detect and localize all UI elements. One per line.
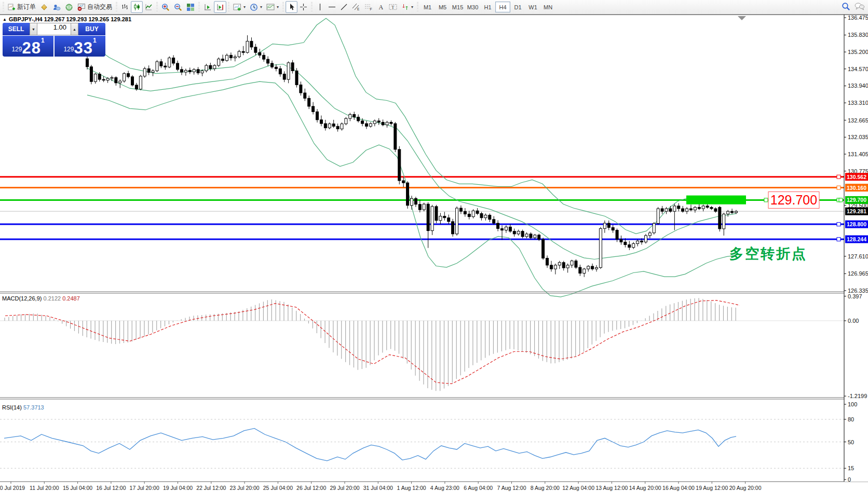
- templates-button[interactable]: ▾: [264, 1, 281, 13]
- toolbar-group-handle[interactable]: [310, 2, 314, 12]
- tile-windows-icon: [186, 3, 195, 11]
- toolbar-group-handle[interactable]: [115, 2, 118, 12]
- buy-price-pips: 33: [74, 42, 92, 55]
- price-axis[interactable]: 136.475135.830135.200134.570133.940133.3…: [844, 15, 868, 483]
- indicators-icon: [233, 3, 241, 11]
- macd-label: MACD(12,26,9) 0.2122 0.2487: [2, 295, 80, 302]
- arrows-tool[interactable]: ▾: [399, 1, 415, 13]
- new-order-button[interactable]: 新订单: [6, 1, 38, 13]
- time-tick-label: 4 Aug 23:00: [430, 485, 459, 491]
- dropdown-caret-icon[interactable]: ▾: [243, 5, 246, 9]
- toolbar-group-handle[interactable]: [155, 2, 159, 12]
- timeframe-h4-button[interactable]: H4: [495, 2, 510, 12]
- time-tick-label: 7 Aug 12:00: [497, 485, 526, 491]
- horizontal-line-icon: [328, 4, 336, 10]
- candle-chart-mode-button[interactable]: [131, 1, 143, 13]
- hline-anchor-square[interactable]: [837, 186, 840, 189]
- time-tick-label: 12 Aug 04:00: [562, 485, 594, 491]
- rsi-label: RSI(14) 57.3713: [2, 404, 44, 411]
- line-chart-mode-button[interactable]: [143, 1, 155, 13]
- auto-scroll-button[interactable]: [201, 1, 214, 13]
- horizontal-line-tool[interactable]: [326, 1, 338, 13]
- channel-icon: E: [352, 3, 360, 11]
- rsi-axis-label: 15: [848, 465, 854, 471]
- timeframe-h1-button[interactable]: H1: [480, 2, 495, 12]
- macd-axis-label: 0.00: [848, 318, 859, 324]
- label-icon: T: [389, 3, 397, 11]
- chart-shift-button[interactable]: [214, 1, 226, 13]
- zoom-in-button[interactable]: [159, 1, 172, 13]
- rsi-axis-label: 80: [848, 416, 854, 422]
- periods-button[interactable]: ▾: [248, 1, 264, 13]
- hline-anchor-square[interactable]: [837, 223, 840, 226]
- green-line-anchor[interactable]: [764, 198, 768, 202]
- zoom-out-button[interactable]: [172, 1, 184, 13]
- panel-collapse-arrow[interactable]: ▲: [3, 17, 7, 22]
- new-order-button-label: 新订单: [17, 3, 36, 11]
- time-tick-label: 22 Jul 12:00: [196, 485, 226, 491]
- toolbar: 新订单自动交易▾▾▾EFAT▾M1M5M15M30H1H4D1W1MN: [0, 0, 868, 15]
- bar-chart-mode-button[interactable]: [119, 1, 131, 13]
- cursor-tool-button[interactable]: [286, 1, 297, 13]
- timeframe-d1-button[interactable]: D1: [510, 2, 525, 12]
- time-tick-label: 29 Jul 20:00: [330, 485, 359, 491]
- volume-decrease-button[interactable]: ▼: [30, 23, 37, 35]
- channel-tool[interactable]: E: [350, 1, 362, 13]
- indicators-button[interactable]: ▾: [231, 1, 248, 13]
- zoom-out-icon: [174, 3, 182, 11]
- timeframe-m5-button[interactable]: M5: [435, 2, 450, 12]
- green-line-anchor[interactable]: [839, 198, 843, 202]
- timeframe-m30-button[interactable]: M30: [465, 2, 480, 12]
- turning-point-note[interactable]: 多空转折点: [729, 246, 807, 262]
- hline-anchor-square[interactable]: [837, 237, 840, 241]
- price-tick-label: 126.965: [848, 270, 868, 277]
- timeframe-w1-button[interactable]: W1: [525, 2, 540, 12]
- toolbar-group-handle[interactable]: [281, 2, 285, 12]
- time-tick-label: 26 Jul 12:00: [296, 485, 326, 491]
- text-tool[interactable]: A: [375, 1, 387, 13]
- label-tool[interactable]: T: [387, 1, 399, 13]
- rsi-axis-label: 50: [848, 439, 854, 445]
- dropdown-caret-icon[interactable]: ▾: [411, 5, 413, 9]
- time-tick-label: 20 Aug 20:00: [729, 485, 762, 491]
- market-watch-button[interactable]: [38, 1, 50, 13]
- crosshair-tool-icon: [300, 3, 307, 11]
- dropdown-caret-icon[interactable]: ▾: [260, 5, 262, 9]
- auto-trading-button[interactable]: 自动交易: [75, 1, 114, 13]
- candle-chart-mode-icon: [133, 3, 141, 11]
- vertical-line-icon: [317, 3, 323, 11]
- buy-button[interactable]: BUY: [78, 23, 105, 35]
- dropdown-caret-icon[interactable]: ▾: [277, 5, 279, 9]
- chart-area[interactable]: 129.700多空转折点MACD(12,26,9) 0.2122 0.2487R…: [0, 15, 868, 492]
- buy-price-fraction: 1: [93, 37, 97, 44]
- tile-windows-button[interactable]: [184, 1, 197, 13]
- supply-zone-rectangle[interactable]: [686, 196, 746, 204]
- community-button[interactable]: [50, 1, 63, 13]
- search-icon[interactable]: [842, 2, 850, 12]
- buy-price-button[interactable]: 129 33 1: [55, 36, 105, 57]
- price-tick-label: 135.830: [848, 32, 868, 38]
- trendline-tool[interactable]: [338, 1, 350, 13]
- toolbar-group-handle[interactable]: [197, 2, 201, 12]
- fibonacci-tool[interactable]: F: [362, 1, 375, 13]
- toolbar-group-handle[interactable]: [416, 2, 419, 12]
- broadcast-button[interactable]: [63, 1, 75, 13]
- price-badge-text: 129.700: [847, 197, 866, 203]
- hline-anchor-square[interactable]: [837, 175, 840, 179]
- volume-input[interactable]: 1.00: [37, 23, 71, 35]
- vertical-line-tool[interactable]: [314, 1, 326, 13]
- sell-button[interactable]: SELL: [3, 23, 30, 35]
- sell-price-button[interactable]: 129 28 1: [3, 36, 53, 57]
- chat-icon[interactable]: [855, 2, 865, 12]
- sell-price-big-figure: 129: [11, 46, 22, 53]
- timeframe-mn-button[interactable]: MN: [540, 2, 555, 12]
- price-tick-label: 131.405: [848, 151, 868, 157]
- price-tick-label: 135.200: [848, 49, 868, 55]
- crosshair-tool-button[interactable]: [297, 1, 309, 13]
- toolbar-group-handle[interactable]: [2, 2, 5, 12]
- price-badge-text: 130.562: [847, 174, 866, 180]
- timeframe-m15-button[interactable]: M15: [450, 2, 465, 12]
- toolbar-group-handle[interactable]: [227, 2, 230, 12]
- timeframe-m1-button[interactable]: M1: [420, 2, 435, 12]
- volume-increase-button[interactable]: ▲: [71, 23, 78, 35]
